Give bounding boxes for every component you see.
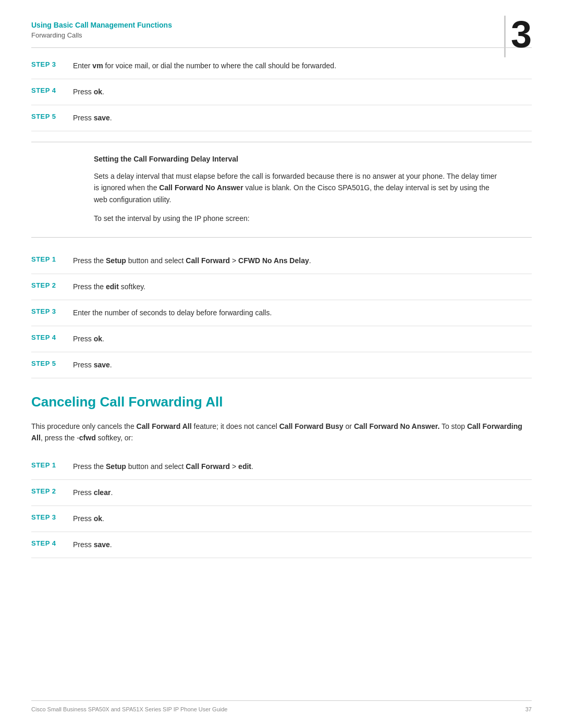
step-label: STEP 1 [31, 461, 73, 469]
delay-steps-section: STEP 1 Press the Setup button and select… [0, 248, 563, 378]
step-label: STEP 3 [31, 513, 73, 521]
step-row: STEP 1 Press the Setup button and select… [31, 454, 532, 480]
step-row: STEP 4 Press ok. [31, 326, 532, 352]
step-content: Press ok. [73, 513, 532, 524]
step-label: STEP 3 [31, 60, 73, 68]
step-content: Press save. [73, 360, 532, 371]
page-header: 3 Using Basic Call Management Functions … [0, 0, 563, 39]
step-label: STEP 5 [31, 113, 73, 120]
step-row: STEP 3 Press ok. [31, 506, 532, 532]
top-steps-section: STEP 3 Enter vm for voice mail, or dial … [0, 53, 563, 131]
footer-left-text: Cisco Small Business SPA50X and SPA51X S… [31, 706, 227, 712]
page: 3 Using Basic Call Management Functions … [0, 0, 563, 728]
delay-interval-section: Setting the Call Forwarding Delay Interv… [31, 142, 532, 238]
step-label: STEP 4 [31, 334, 73, 341]
step-label: STEP 3 [31, 307, 73, 315]
cancel-section-para: This procedure only cancels the Call For… [31, 421, 532, 444]
delay-section-para1: Sets a delay interval that must elapse b… [94, 170, 500, 205]
step-content: Press ok. [73, 87, 532, 97]
chapter-number: 3 [511, 16, 532, 53]
step-content: Press clear. [73, 487, 532, 498]
step-row: STEP 5 Press save. [31, 105, 532, 131]
step-row: STEP 3 Enter the number of seconds to de… [31, 300, 532, 326]
step-content: Press the Setup button and select Call F… [73, 255, 532, 266]
header-divider [31, 47, 532, 48]
header-subtitle: Forwarding Calls [31, 31, 532, 39]
step-row: STEP 3 Enter vm for voice mail, or dial … [31, 53, 532, 79]
chapter-bar [504, 16, 506, 57]
step-row: STEP 2 Press clear. [31, 480, 532, 506]
footer-page-number: 37 [525, 706, 532, 712]
step-label: STEP 2 [31, 487, 73, 495]
step-label: STEP 5 [31, 360, 73, 367]
step-content: Press save. [73, 113, 532, 124]
step-content: Press the Setup button and select Call F… [73, 461, 532, 472]
step-row: STEP 5 Press save. [31, 352, 532, 378]
cancel-steps-section: STEP 1 Press the Setup button and select… [0, 454, 563, 558]
delay-section-para2: To set the interval by using the IP phon… [94, 213, 500, 224]
step-content: Enter vm for voice mail, or dial the num… [73, 60, 532, 71]
step-row: STEP 2 Press the edit softkey. [31, 274, 532, 300]
step-content: Press save. [73, 539, 532, 550]
step-label: STEP 1 [31, 255, 73, 263]
step-row: STEP 4 Press ok. [31, 79, 532, 105]
step-content: Enter the number of seconds to delay bef… [73, 307, 532, 318]
step-label: STEP 4 [31, 87, 73, 94]
cancel-section: Canceling Call Forwarding All This proce… [0, 378, 563, 454]
step-content: Press the edit softkey. [73, 281, 532, 292]
step-row: STEP 4 Press save. [31, 532, 532, 558]
step-row: STEP 1 Press the Setup button and select… [31, 248, 532, 274]
step-label: STEP 4 [31, 539, 73, 547]
header-title: Using Basic Call Management Functions [31, 21, 532, 29]
step-content: Press ok. [73, 334, 532, 344]
delay-section-title: Setting the Call Forwarding Delay Interv… [94, 155, 500, 163]
cancel-section-title: Canceling Call Forwarding All [31, 394, 532, 410]
step-label: STEP 2 [31, 281, 73, 289]
page-footer: Cisco Small Business SPA50X and SPA51X S… [31, 700, 532, 712]
